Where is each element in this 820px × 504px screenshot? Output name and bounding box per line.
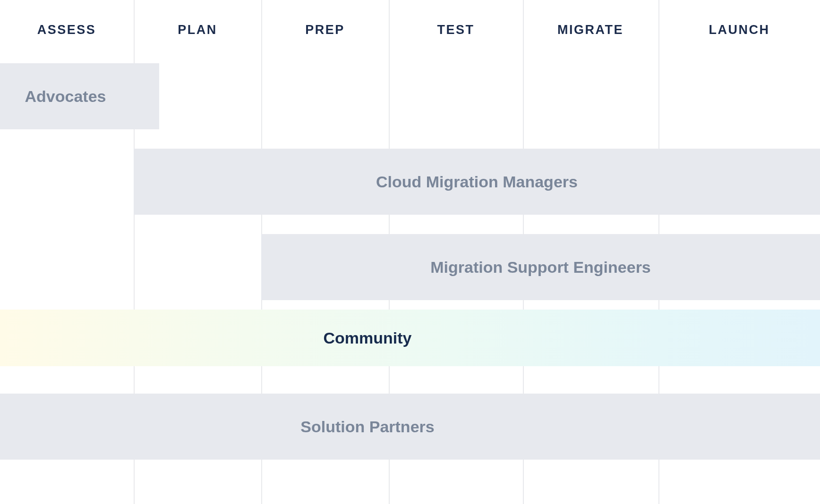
bar-label: Community	[324, 329, 412, 347]
bar-community: Community	[0, 310, 820, 366]
phase-launch: LAUNCH	[709, 23, 770, 37]
bar-solution-partners: Solution Partners	[0, 394, 820, 460]
bar-cloud-migration-managers: Cloud Migration Managers	[134, 149, 820, 215]
bar-label: Advocates	[25, 87, 106, 106]
phase-migrate: MIGRATE	[557, 23, 624, 37]
phase-plan: PLAN	[178, 23, 217, 37]
gantt-chart: ASSESS PLAN PREP TEST MIGRATE LAUNCH Adv…	[0, 0, 820, 504]
phase-test: TEST	[437, 23, 474, 37]
bar-migration-support-engineers: Migration Support Engineers	[261, 234, 820, 300]
bar-advocates: Advocates	[0, 63, 159, 129]
bar-label: Cloud Migration Managers	[376, 173, 578, 191]
bar-label: Migration Support Engineers	[430, 258, 651, 277]
phase-prep: PREP	[305, 23, 345, 37]
bar-label: Solution Partners	[300, 418, 434, 436]
phase-assess: ASSESS	[37, 23, 96, 37]
